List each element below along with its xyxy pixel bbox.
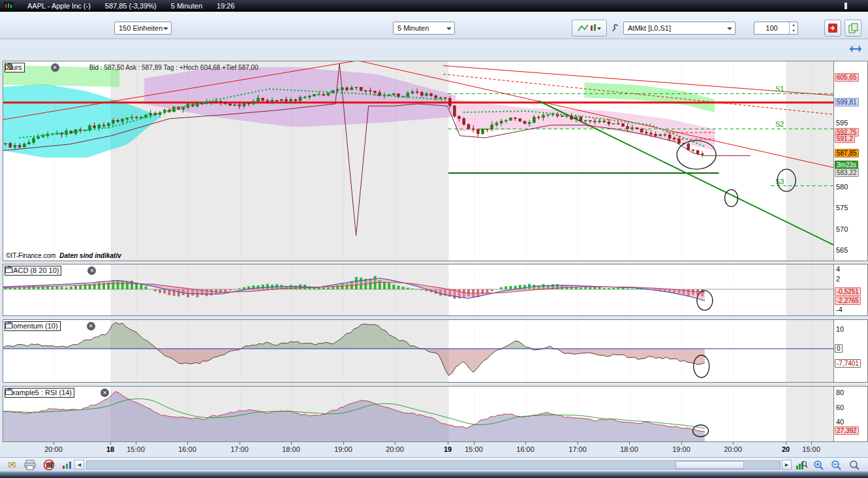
time-tick [291, 442, 292, 445]
close-panel-button[interactable]: ✕ [50, 63, 60, 72]
time-tick [343, 442, 344, 445]
time-label: 15:00 [465, 445, 483, 453]
scroll-left-button[interactable]: ◀ [74, 460, 84, 470]
spinner-down-icon[interactable]: ▼ [790, 28, 798, 34]
zoom-fit-button[interactable] [794, 459, 809, 471]
print-button[interactable] [22, 459, 38, 471]
quantity-stepper[interactable]: 100 ▲ ▼ [754, 22, 798, 35]
close-panel-button[interactable]: ✕ [100, 388, 110, 398]
close-icon: ✕ [87, 266, 96, 275]
time-label: 17:00 [568, 445, 587, 453]
phone-blocked-button[interactable]: ☎ [40, 459, 57, 471]
wrench-icon [611, 24, 619, 33]
app-icon [4, 2, 13, 10]
timeframe-dropdown[interactable]: 5 Minuten [393, 22, 455, 35]
axis-tick: 575 [836, 204, 848, 212]
chart-style-button[interactable] [572, 20, 607, 37]
bottom-toolbar: ✉ ☎ ◀ ▶ [0, 457, 868, 471]
time-label: 19:00 [334, 445, 352, 453]
time-label: 20:00 [724, 445, 742, 453]
settings-button[interactable] [27, 63, 37, 72]
zoom-out-button[interactable] [829, 459, 845, 471]
zoom-reset-button[interactable] [847, 459, 863, 471]
axis-tick: 60 [836, 404, 844, 411]
detach-window-button[interactable] [74, 321, 84, 331]
time-tick [54, 442, 54, 445]
window-control-icon[interactable] [845, 3, 847, 9]
time-tick [578, 442, 578, 445]
units-dropdown[interactable]: 150 Einheiten [114, 22, 172, 35]
pan-arrows-icon[interactable] [848, 43, 863, 55]
price-plot[interactable]: S1S2S3 [3, 61, 833, 261]
timeframe-dropdown-value: 5 Minuten [397, 24, 429, 32]
axis-tick: 10 [836, 325, 844, 333]
detach-window-button[interactable] [75, 266, 85, 276]
bid-ask-info: Bid : 587,50 Ask : 587,89 Tag : +Hoch 60… [89, 64, 258, 71]
time-label: 19 [444, 445, 452, 453]
settings-button[interactable] [76, 388, 86, 398]
chevron-down-icon [727, 27, 732, 33]
time-tick [733, 442, 734, 445]
axis-value-chip: -2,2765 [835, 296, 861, 305]
horizontal-scrollbar[interactable] [86, 460, 781, 470]
time-tick [681, 442, 682, 445]
time-label: 18 [106, 445, 114, 453]
momentum-axis[interactable]: 100-7,7401 [833, 320, 867, 382]
email-icon: ✉ [8, 459, 16, 471]
macd-panel: MACD (8 20 10) ✕ 42-4-0,5251-2,2765 [3, 264, 868, 316]
scroll-right-button[interactable]: ▶ [782, 460, 792, 470]
rsi-axis[interactable]: 80604027,392 [833, 387, 867, 441]
window-icon [5, 321, 13, 330]
titlebar-timeframe: 5 Minuten [171, 2, 202, 10]
momentum-plot[interactable] [3, 320, 833, 382]
statistics-button[interactable] [60, 459, 74, 471]
zoom-out-icon [831, 460, 843, 470]
title-bar: AAPL - Apple Inc (-) 587,85 (-3,39%) 5 M… [0, 0, 868, 12]
scrollbar-thumb[interactable] [675, 461, 744, 469]
axis-value-chip: 583,22 [835, 168, 859, 177]
momentum-panel-header: Momentum (10) ✕ [5, 321, 96, 331]
detach-window-button[interactable] [39, 63, 48, 72]
price-axis[interactable]: 595580575570565605,65599,81592,75591,258… [833, 61, 867, 261]
time-label: 20:00 [386, 445, 404, 453]
buy-marker-button[interactable] [62, 63, 72, 72]
time-axis: 20:001815:0016:0017:0018:0019:0020:00191… [3, 442, 868, 455]
axis-value-chip: 587,85 [835, 149, 859, 157]
time-tick [187, 442, 188, 445]
axis-tick: 580 [836, 183, 848, 191]
time-tick [811, 442, 812, 445]
rsi-plot[interactable] [3, 387, 833, 441]
duplicate-chart-button[interactable] [845, 20, 861, 37]
time-tick [448, 442, 448, 445]
macd-axis[interactable]: 42-4-0,5251-2,2765 [833, 264, 867, 315]
settings-button[interactable] [63, 321, 72, 331]
time-tick [525, 442, 526, 445]
arrow-down-icon [5, 63, 13, 71]
settings-button[interactable] [63, 266, 73, 276]
detach-window-button[interactable] [88, 388, 98, 398]
panel-title: Example5 : RSI (14) [5, 388, 74, 398]
macd-plot[interactable] [3, 264, 833, 315]
zoom-fit-icon [796, 460, 807, 470]
sell-marker-button[interactable] [74, 63, 84, 72]
order-type-dropdown[interactable]: AtMkt [L0,S1] [623, 22, 736, 35]
pivot-label: S2 [775, 120, 784, 128]
spinner-up-icon[interactable]: ▲ [790, 22, 798, 28]
axis-tick: 80 [836, 389, 844, 396]
chart-options-button[interactable] [609, 22, 621, 35]
rsi-panel: Example5 : RSI (14) ✕ 80604027,392 [3, 386, 868, 442]
time-tick [395, 442, 395, 445]
time-label: 18:00 [282, 445, 300, 453]
price-panel-header: Kurs ✕ Bid : 587,50 Ask : 587,89 Tag : +… [5, 63, 258, 72]
close-panel-button[interactable]: ✕ [86, 321, 96, 331]
phone-blocked-icon: ☎ [42, 459, 55, 471]
time-tick [629, 442, 630, 445]
sell-order-button[interactable] [824, 20, 841, 37]
zoom-in-button[interactable] [811, 459, 827, 471]
email-button[interactable]: ✉ [4, 459, 20, 471]
time-tick [474, 442, 474, 445]
close-panel-button[interactable]: ✕ [87, 266, 97, 276]
close-icon: ✕ [87, 322, 95, 330]
copyright-text: ©IT-Finance.com [6, 252, 55, 259]
time-label: 16:00 [178, 445, 196, 453]
